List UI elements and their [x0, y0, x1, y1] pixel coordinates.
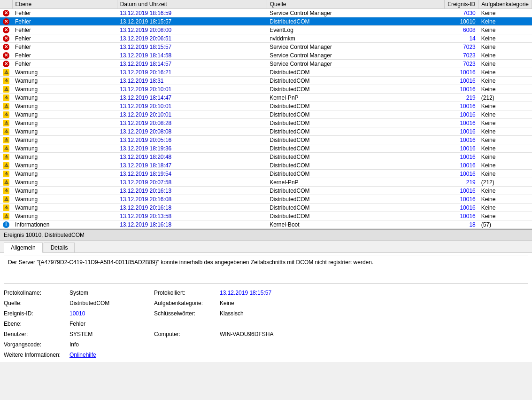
date-cell: 13.12.2019 20:08:08 — [117, 127, 267, 136]
table-row[interactable]: ✕Fehler13.12.2019 20:08:00EventLog6008Ke… — [0, 26, 532, 34]
computer-value: WIN-VAOU96DFSHA — [220, 330, 314, 338]
warning-icon: ⚠ — [3, 145, 9, 152]
table-row[interactable]: ⚠Warnung13.12.2019 20:16:13DistributedCO… — [0, 187, 532, 195]
benutzer-label: Benutzer: — [4, 330, 69, 338]
warning-icon: ⚠ — [3, 103, 9, 110]
event-list[interactable]: Ebene Datum und Uhrzeit Quelle Ereignis-… — [0, 0, 532, 229]
table-row[interactable]: ✕Fehler13.12.2019 18:14:57Service Contro… — [0, 60, 532, 68]
table-row[interactable]: ⚠Warnung13.12.2019 20:16:18DistributedCO… — [0, 204, 532, 212]
table-row[interactable]: ⚠Warnung13.12.2019 20:05:16DistributedCO… — [0, 136, 532, 144]
table-row[interactable]: ⚠Warnung13.12.2019 18:18:47DistributedCO… — [0, 161, 532, 170]
event-icon-cell: ⚠ — [0, 68, 12, 77]
table-row[interactable]: ⚠Warnung13.12.2019 20:16:08DistributedCO… — [0, 195, 532, 204]
error-icon: ✕ — [3, 35, 9, 42]
table-row[interactable]: ⚠Warnung13.12.2019 20:13:58DistributedCO… — [0, 212, 532, 220]
table-row[interactable]: ✕Fehler13.12.2019 18:16:59Service Contro… — [0, 9, 532, 17]
task-cell: Keine — [478, 85, 532, 94]
task-cell: Keine — [478, 102, 532, 110]
table-row[interactable]: ⚠Warnung13.12.2019 20:08:08DistributedCO… — [0, 127, 532, 136]
event-viewer: Ebene Datum und Uhrzeit Quelle Ereignis-… — [0, 0, 532, 362]
date-cell: 13.12.2019 18:14:57 — [117, 60, 267, 68]
date-cell: 13.12.2019 18:31 — [117, 77, 267, 85]
event-icon-cell: ✕ — [0, 26, 12, 34]
ebene-value: Fehler — [69, 320, 154, 328]
warning-icon: ⚠ — [3, 111, 9, 118]
table-row[interactable]: ⚠Warnung13.12.2019 20:10:01DistributedCO… — [0, 85, 532, 94]
id-cell: 10016 — [444, 212, 478, 220]
task-cell: Keine — [478, 204, 532, 212]
level-cell: Fehler — [12, 51, 117, 60]
source-cell: DistributedCOM — [267, 153, 444, 161]
task-cell: Keine — [478, 161, 532, 170]
event-icon-cell: ⚠ — [0, 77, 12, 85]
task-cell: (212) — [478, 94, 532, 102]
level-cell: Warnung — [12, 161, 117, 170]
table-row[interactable]: ⚠Warnung13.12.2019 18:19:54DistributedCO… — [0, 170, 532, 178]
table-row[interactable]: ⚠Warnung13.12.2019 20:08:28DistributedCO… — [0, 119, 532, 127]
table-row[interactable]: ✕Fehler13.12.2019 18:14:58Service Contro… — [0, 51, 532, 60]
event-icon-cell: ⚠ — [0, 178, 12, 187]
warning-icon: ⚠ — [3, 204, 9, 211]
source-cell: DistributedCOM — [267, 127, 444, 136]
id-cell: 10016 — [444, 68, 478, 77]
table-row[interactable]: ✕Fehler13.12.2019 20:06:51nvlddmkm14Kein… — [0, 34, 532, 43]
event-icon-cell: ⚠ — [0, 195, 12, 204]
date-cell: 13.12.2019 20:10:01 — [117, 85, 267, 94]
level-cell: Fehler — [12, 34, 117, 43]
date-cell: 13.12.2019 20:05:16 — [117, 136, 267, 144]
level-cell: Warnung — [12, 178, 117, 187]
event-icon-cell: ✕ — [0, 34, 12, 43]
col-icon — [0, 0, 12, 9]
ebene-label: Ebene: — [4, 320, 69, 328]
warning-icon: ⚠ — [3, 213, 9, 220]
table-row[interactable]: ✕Fehler13.12.2019 18:15:57DistributedCOM… — [0, 17, 532, 26]
table-row[interactable]: ⚠Warnung13.12.2019 20:07:58Kernel-PnP219… — [0, 178, 532, 187]
table-row[interactable]: iInformationen13.12.2019 18:16:18Kernel-… — [0, 220, 532, 229]
source-cell: Kernel-PnP — [267, 94, 444, 102]
table-row[interactable]: ⚠Warnung13.12.2019 20:10:01DistributedCO… — [0, 110, 532, 119]
source-cell: DistributedCOM — [267, 77, 444, 85]
table-row[interactable]: ⚠Warnung13.12.2019 18:20:48DistributedCO… — [0, 153, 532, 161]
col-id-header: Ereignis-ID — [444, 0, 478, 9]
tab-details[interactable]: Details — [44, 243, 75, 252]
error-icon: ✕ — [3, 18, 9, 25]
task-cell: Keine — [478, 34, 532, 43]
tab-allgemein[interactable]: Allgemein — [4, 243, 43, 253]
table-row[interactable]: ⚠Warnung13.12.2019 20:16:21DistributedCO… — [0, 68, 532, 77]
info-icon: i — [3, 221, 9, 228]
id-cell: 10016 — [444, 187, 478, 195]
event-icon-cell: ⚠ — [0, 187, 12, 195]
task-cell: Keine — [478, 60, 532, 68]
table-row[interactable]: ✕Fehler13.12.2019 18:15:57Service Contro… — [0, 43, 532, 51]
meta-grid: Protokollname: System Protokolliert: 13.… — [4, 289, 528, 359]
table-row[interactable]: ⚠Warnung13.12.2019 18:19:36DistributedCO… — [0, 144, 532, 153]
task-cell: Keine — [478, 144, 532, 153]
warning-icon: ⚠ — [3, 179, 9, 186]
warning-icon: ⚠ — [3, 162, 9, 169]
col-date-header: Datum und Uhrzeit — [117, 0, 267, 9]
warning-icon: ⚠ — [3, 78, 9, 84]
event-table: Ebene Datum und Uhrzeit Quelle Ereignis-… — [0, 0, 532, 229]
table-row[interactable]: ⚠Warnung13.12.2019 20:10:01DistributedCO… — [0, 102, 532, 110]
task-cell: (212) — [478, 178, 532, 187]
vorgangscode-value: Info — [69, 340, 154, 349]
vorgangscode-label: Vorgangscode: — [4, 340, 69, 349]
id-cell: 10010 — [444, 17, 478, 26]
benutzer-right-label — [154, 320, 220, 328]
source-cell: Service Control Manager — [267, 43, 444, 51]
table-row[interactable]: ⚠Warnung13.12.2019 18:14:47Kernel-PnP219… — [0, 94, 532, 102]
table-row[interactable]: ⚠Warnung13.12.2019 18:31DistributedCOM10… — [0, 77, 532, 85]
detail-header: Ereignis 10010, DistributedCOM — [0, 229, 532, 241]
id-cell: 10016 — [444, 85, 478, 94]
source-cell: DistributedCOM — [267, 195, 444, 204]
protokolliert-label: Protokolliert: — [154, 289, 220, 297]
id-cell: 7023 — [444, 51, 478, 60]
event-icon-cell: ⚠ — [0, 110, 12, 119]
id-cell: 7023 — [444, 43, 478, 51]
task-cell: Keine — [478, 195, 532, 204]
warning-icon: ⚠ — [3, 188, 9, 194]
weitere-value[interactable]: Onlinehilfe — [69, 351, 154, 359]
level-cell: Warnung — [12, 110, 117, 119]
date-cell: 13.12.2019 18:15:57 — [117, 17, 267, 26]
level-cell: Warnung — [12, 68, 117, 77]
